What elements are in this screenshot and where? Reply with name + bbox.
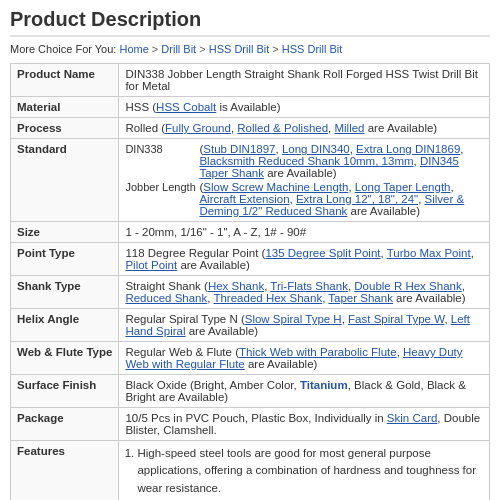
breadcrumb-hss-drill-bit-2[interactable]: HSS Drill Bit (282, 43, 343, 55)
breadcrumb-label: More Choice For You: (10, 43, 116, 55)
row-value: HSS (HSS Cobalt is Available) (119, 97, 490, 118)
row-label: Product Name (11, 64, 119, 97)
table-row: Package10/5 Pcs in PVC Pouch, Plastic Bo… (11, 408, 490, 441)
row-value: 118 Degree Regular Point (135 Degree Spl… (119, 243, 490, 276)
table-row: MaterialHSS (HSS Cobalt is Available) (11, 97, 490, 118)
row-value: 1 - 20mm, 1/16" - 1", A - Z, 1# - 90# (119, 222, 490, 243)
row-value: High-speed steel tools are good for most… (119, 441, 490, 501)
row-value: Regular Web & Flute (Thick Web with Para… (119, 342, 490, 375)
table-row: Product NameDIN338 Jobber Length Straigh… (11, 64, 490, 97)
row-value: 10/5 Pcs in PVC Pouch, Plastic Box, Indi… (119, 408, 490, 441)
breadcrumb-hss-drill-bit[interactable]: HSS Drill Bit (209, 43, 270, 55)
table-row: Surface FinishBlack Oxide (Bright, Amber… (11, 375, 490, 408)
table-row: StandardDIN338(Stub DIN1897, Long DIN340… (11, 139, 490, 222)
row-label: Web & Flute Type (11, 342, 119, 375)
table-row: Helix AngleRegular Spiral Type N (Slow S… (11, 309, 490, 342)
row-label: Package (11, 408, 119, 441)
page-title: Product Description (10, 8, 490, 37)
row-value: DIN338(Stub DIN1897, Long DIN340, Extra … (119, 139, 490, 222)
row-label: Surface Finish (11, 375, 119, 408)
row-value: Straight Shank (Hex Shank, Tri-Flats Sha… (119, 276, 490, 309)
row-label: Shank Type (11, 276, 119, 309)
breadcrumb-home[interactable]: Home (119, 43, 148, 55)
row-value: Rolled (Fully Ground, Rolled & Polished,… (119, 118, 490, 139)
row-value: Black Oxide (Bright, Amber Color, Titani… (119, 375, 490, 408)
table-row: Shank TypeStraight Shank (Hex Shank, Tri… (11, 276, 490, 309)
row-label: Point Type (11, 243, 119, 276)
table-row: Web & Flute TypeRegular Web & Flute (Thi… (11, 342, 490, 375)
row-label: Material (11, 97, 119, 118)
breadcrumb: More Choice For You: Home > Drill Bit > … (10, 43, 490, 55)
row-label: Process (11, 118, 119, 139)
product-table: Product NameDIN338 Jobber Length Straigh… (10, 63, 490, 500)
table-row: Point Type118 Degree Regular Point (135 … (11, 243, 490, 276)
table-row: ProcessRolled (Fully Ground, Rolled & Po… (11, 118, 490, 139)
breadcrumb-drillbit[interactable]: Drill Bit (161, 43, 196, 55)
page-container: Product Description More Choice For You:… (0, 0, 500, 500)
row-value: DIN338 Jobber Length Straight Shank Roll… (119, 64, 490, 97)
row-label: Standard (11, 139, 119, 222)
row-label: Size (11, 222, 119, 243)
table-row: Size1 - 20mm, 1/16" - 1", A - Z, 1# - 90… (11, 222, 490, 243)
row-label: Helix Angle (11, 309, 119, 342)
row-value: Regular Spiral Type N (Slow Spiral Type … (119, 309, 490, 342)
table-row: FeaturesHigh-speed steel tools are good … (11, 441, 490, 501)
row-label: Features (11, 441, 119, 501)
